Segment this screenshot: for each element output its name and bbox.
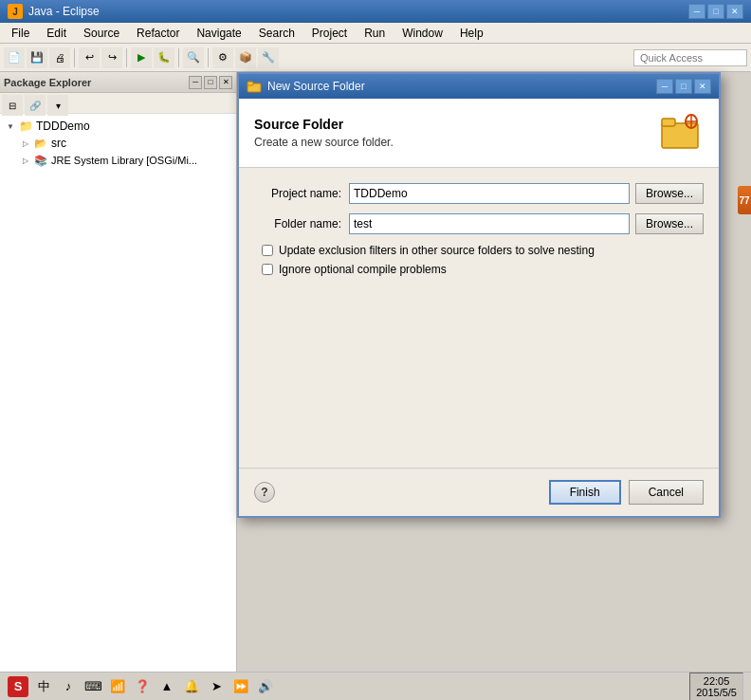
title-bar: J Java - Eclipse ─ □ ✕ [0, 0, 751, 23]
keyboard-icon[interactable]: ⌨ [83, 677, 102, 696]
status-time: 22:05 2015/5/5 [689, 672, 743, 701]
folder-name-row: Folder name: Browse... [254, 213, 704, 234]
project-name-label: Project name: [254, 187, 349, 200]
expand-arrow-jre[interactable]: ▷ [21, 156, 30, 165]
project-name-input[interactable] [349, 183, 630, 204]
project-name-row: Project name: Browse... [254, 183, 704, 204]
ignore-compile-label: Ignore optional compile problems [279, 263, 447, 276]
dialog-title-bar: New Source Folder ─ □ ✕ [239, 74, 719, 99]
sogou-icon[interactable]: S [8, 676, 28, 697]
finish-button[interactable]: Finish [549, 480, 621, 505]
toolbar-btn-2[interactable]: 📦 [235, 47, 256, 68]
toolbar-btn-1[interactable]: ⚙ [212, 47, 233, 68]
src-label: src [51, 137, 66, 150]
package-explorer-title-bar: Package Explorer ─ □ ✕ [0, 72, 236, 93]
dialog-header: Source Folder Create a new source folder… [239, 99, 719, 168]
tree-area: ▼ 📁 TDDDemo ▷ 📂 src ▷ 📚 JRE System Libra… [0, 114, 236, 672]
save-button[interactable]: 💾 [27, 47, 47, 68]
time-display: 22:05 [696, 675, 737, 687]
menu-source[interactable]: Source [76, 25, 127, 42]
dialog-title: New Source Folder [267, 80, 365, 93]
new-source-folder-dialog: New Source Folder ─ □ ✕ Source Folder Cr… [237, 72, 721, 518]
src-icon: 📂 [33, 136, 48, 151]
search-button[interactable]: 🔍 [183, 47, 204, 68]
volume-icon[interactable]: 🔊 [256, 677, 275, 696]
tree-item-src[interactable]: ▷ 📂 src [19, 135, 232, 152]
panel-maximize-btn[interactable]: □ [204, 76, 217, 89]
menu-edit[interactable]: Edit [39, 25, 74, 42]
undo-button[interactable]: ↩ [79, 47, 100, 68]
help-status-icon[interactable]: ❓ [133, 677, 152, 696]
menu-refactor[interactable]: Refactor [129, 25, 187, 42]
dialog-header-title: Source Folder [254, 117, 394, 132]
network-icon[interactable]: 📶 [108, 677, 127, 696]
panel-minimize-btn[interactable]: ─ [189, 76, 202, 89]
expand-arrow-tdddemo[interactable]: ▼ [6, 121, 15, 131]
menu-window[interactable]: Window [394, 25, 450, 42]
status-right: 22:05 2015/5/5 [689, 672, 743, 701]
status-bar: S 中 ♪ ⌨ 📶 ❓ ▲ 🔔 ➤ ⏩ 🔊 22:05 2015/5/5 [0, 672, 751, 700]
tree-item-jre[interactable]: ▷ 📚 JRE System Library [OSGi/Mi... [19, 152, 232, 169]
menu-project[interactable]: Project [304, 25, 355, 42]
dialog-header-desc: Create a new source folder. [254, 136, 394, 149]
arrow-icon-2[interactable]: ➤ [207, 677, 226, 696]
dialog-footer: ? Finish Cancel [239, 468, 719, 516]
svg-rect-1 [247, 82, 253, 85]
menu-bar: File Edit Source Refactor Navigate Searc… [0, 23, 751, 44]
menu-navigate[interactable]: Navigate [189, 25, 248, 42]
checkbox-row-2: Ignore optional compile problems [262, 263, 704, 276]
new-button[interactable]: 📄 [4, 47, 25, 68]
view-menu-btn[interactable]: ▾ [47, 95, 68, 116]
menu-help[interactable]: Help [452, 25, 491, 42]
package-explorer-title: Package Explorer [4, 77, 91, 88]
dialog-minimize-btn[interactable]: ─ [656, 79, 673, 94]
jre-label: JRE System Library [OSGi/Mi... [51, 155, 197, 166]
dialog-close-btn[interactable]: ✕ [694, 79, 711, 94]
folder-browse-button[interactable]: Browse... [635, 213, 704, 234]
jre-icon: 📚 [33, 153, 48, 168]
help-button[interactable]: ? [254, 482, 275, 503]
project-browse-button[interactable]: Browse... [635, 183, 704, 204]
run-button[interactable]: ▶ [131, 47, 152, 68]
svg-rect-3 [662, 119, 675, 126]
cancel-button[interactable]: Cancel [629, 480, 704, 505]
tree-item-tdddemo[interactable]: ▼ 📁 TDDDemo [4, 118, 232, 135]
toolbar-btn-3[interactable]: 🔧 [258, 47, 279, 68]
minimize-button[interactable]: ─ [688, 4, 705, 19]
app-icon: J [8, 4, 23, 19]
sound-icon[interactable]: ♪ [59, 677, 78, 696]
redo-button[interactable]: ↪ [101, 47, 122, 68]
notification-icon[interactable]: 🔔 [182, 677, 201, 696]
checkbox-row-1: Update exclusion filters in other source… [262, 244, 704, 257]
maximize-button[interactable]: □ [707, 4, 724, 19]
ime-icon[interactable]: 中 [34, 677, 53, 696]
link-editor-btn[interactable]: 🔗 [25, 95, 46, 116]
update-exclusion-checkbox[interactable] [262, 245, 273, 256]
ignore-compile-checkbox[interactable] [262, 264, 273, 275]
panel-close-btn[interactable]: ✕ [219, 76, 232, 89]
toolbar-sep-2 [126, 48, 127, 67]
quick-access-input[interactable] [633, 49, 747, 66]
dialog-icon [247, 79, 262, 94]
date-display: 2015/5/5 [696, 687, 737, 698]
toolbar-sep-3 [178, 48, 179, 67]
print-button[interactable]: 🖨 [49, 47, 70, 68]
close-button[interactable]: ✕ [726, 4, 743, 19]
menu-file[interactable]: File [4, 25, 37, 42]
project-icon: 📁 [18, 119, 33, 134]
menu-search[interactable]: Search [251, 25, 302, 42]
package-explorer-panel: Package Explorer ─ □ ✕ ⊟ 🔗 ▾ ▼ 📁 TDDDemo… [0, 72, 237, 672]
status-left: S 中 ♪ ⌨ 📶 ❓ ▲ 🔔 ➤ ⏩ 🔊 [8, 676, 275, 697]
dialog-maximize-btn[interactable]: □ [675, 79, 692, 94]
window-controls[interactable]: ─ □ ✕ [688, 4, 743, 19]
forward-icon[interactable]: ⏩ [231, 677, 250, 696]
menu-run[interactable]: Run [357, 25, 393, 42]
toolbar-sep-1 [74, 48, 75, 67]
folder-name-label: Folder name: [254, 217, 349, 230]
arrow-up-icon[interactable]: ▲ [157, 677, 176, 696]
collapse-all-btn[interactable]: ⊟ [2, 95, 23, 116]
debug-button[interactable]: 🐛 [154, 47, 174, 68]
expand-arrow-src[interactable]: ▷ [21, 138, 30, 148]
update-exclusion-label: Update exclusion filters in other source… [279, 244, 595, 257]
folder-name-input[interactable] [349, 213, 630, 234]
